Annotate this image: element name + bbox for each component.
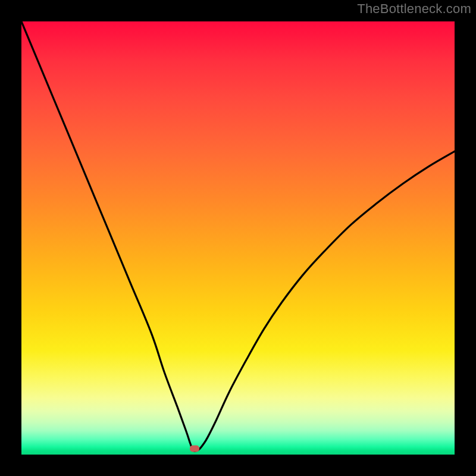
curve-path (21, 21, 455, 451)
watermark-text: TheBottleneck.com (357, 1, 471, 17)
plot-area (21, 21, 455, 455)
curve-svg (21, 21, 455, 455)
chart-frame: TheBottleneck.com (0, 0, 476, 476)
optimum-marker (190, 445, 199, 452)
